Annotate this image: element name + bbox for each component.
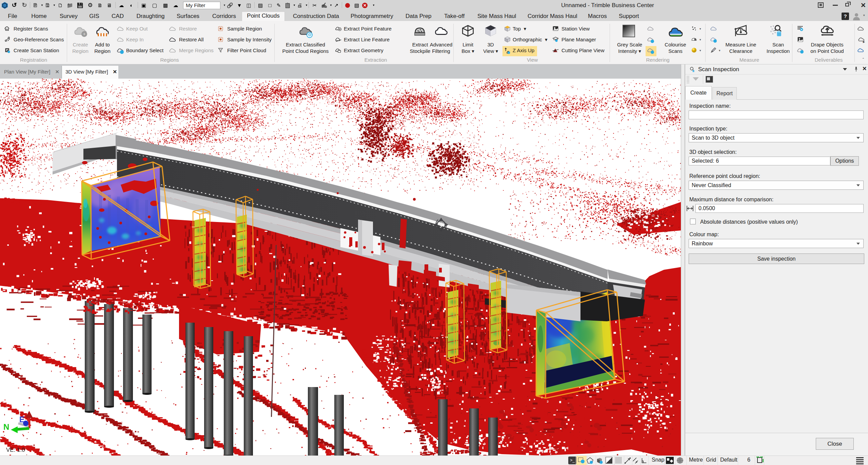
svg-text:E: E (19, 415, 24, 424)
svg-text:N: N (3, 422, 9, 431)
